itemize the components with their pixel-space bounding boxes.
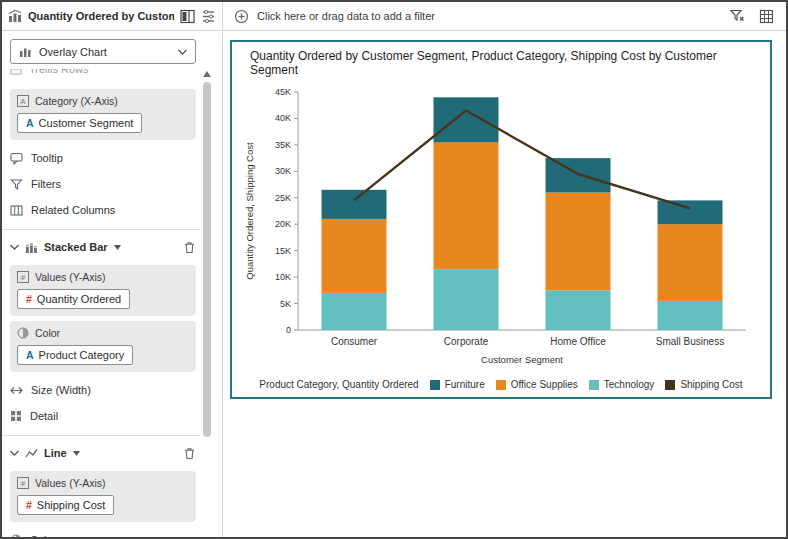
size-width-row[interactable]: Size (Width): [10, 377, 196, 403]
related-columns-icon: [10, 204, 23, 217]
svg-text:Consumer: Consumer: [331, 336, 378, 347]
line-section-header[interactable]: Line: [10, 440, 196, 466]
values-axis-icon: #: [17, 477, 29, 489]
measure-type-icon: #: [26, 293, 32, 305]
delete-line-icon[interactable]: [183, 447, 196, 460]
caret-down-icon[interactable]: [73, 451, 80, 456]
svg-text:#: #: [21, 273, 26, 282]
stacked-bar-label: Stacked Bar: [44, 241, 108, 253]
chart-type-icon: [19, 45, 32, 58]
size-width-icon: [10, 384, 23, 397]
combo-chart-icon: [8, 9, 22, 23]
overlay-chart-visualization[interactable]: Quantity Ordered by Customer Segment, Pr…: [230, 40, 772, 399]
field-chip-product-category[interactable]: A Product Category: [17, 345, 133, 365]
line-chart-icon: [25, 447, 38, 460]
sidebar-scrollbar[interactable]: [202, 71, 212, 529]
line-values-label: Values (Y-Axis): [35, 477, 106, 489]
field-chip-label: Quantity Ordered: [37, 293, 121, 305]
filter-bar-placeholder: Click here or drag data to add a filter: [257, 10, 435, 22]
detail-row[interactable]: Detail: [10, 403, 196, 429]
line-label: Line: [44, 447, 67, 459]
category-axis-dropzone[interactable]: A Category (X-Axis) A Customer Segment: [10, 89, 196, 140]
svg-text:Quantity Ordered, Shipping Cos: Quantity Ordered, Shipping Cost: [244, 142, 255, 280]
filter-bar[interactable]: Click here or drag data to add a filter: [223, 2, 717, 30]
tooltip-row[interactable]: Tooltip: [10, 145, 196, 171]
svg-text:5K: 5K: [280, 299, 291, 309]
settings-panel-toggle-icon[interactable]: [201, 9, 216, 24]
svg-text:0: 0: [286, 325, 291, 335]
line-color-row[interactable]: Color: [10, 527, 196, 537]
color-icon: [17, 327, 29, 339]
detail-icon: [10, 410, 22, 422]
filters-row[interactable]: Filters: [10, 171, 196, 197]
app-window: Quantity Ordered by Custom... Click here…: [0, 0, 788, 539]
data-grid-icon[interactable]: [759, 9, 774, 24]
legend-item[interactable]: Office Supplies: [496, 379, 578, 390]
svg-text:30K: 30K: [275, 166, 291, 176]
svg-text:A: A: [20, 97, 26, 106]
legend-item[interactable]: Furniture: [430, 379, 485, 390]
collapse-chevron-icon[interactable]: [10, 244, 19, 250]
legend-title: Product Category, Quantity Ordered: [259, 379, 418, 390]
field-chip-label: Customer Segment: [39, 117, 134, 129]
visualization-title: Quantity Ordered by Custom...: [28, 10, 174, 22]
legend-label: Office Supplies: [511, 379, 578, 390]
grammar-panel-toggle-icon[interactable]: [180, 9, 195, 24]
grammar-panel: Overlay Chart Trellis Rows A: [2, 31, 223, 537]
color-icon: [10, 534, 22, 537]
add-filter-icon[interactable]: [234, 9, 249, 24]
svg-text:15K: 15K: [275, 246, 291, 256]
chart-title: Quantity Ordered by Customer Segment, Pr…: [250, 49, 762, 77]
related-columns-label: Related Columns: [31, 204, 115, 216]
line-values-dropzone[interactable]: # Values (Y-Axis) # Shipping Cost: [10, 471, 196, 522]
tooltip-icon: [10, 152, 23, 165]
field-chip-shipping-cost[interactable]: # Shipping Cost: [17, 495, 114, 515]
measure-type-icon: #: [26, 499, 32, 511]
bar-values-label: Values (Y-Axis): [35, 271, 106, 283]
trellis-rows-row[interactable]: Trellis Rows: [10, 69, 196, 84]
category-axis-icon: A: [17, 95, 29, 107]
field-chip-label: Shipping Cost: [37, 499, 106, 511]
values-axis-icon: #: [17, 271, 29, 283]
field-chip-label: Product Category: [39, 349, 125, 361]
svg-text:10K: 10K: [275, 272, 291, 282]
svg-text:45K: 45K: [275, 87, 291, 97]
topbar-actions: [717, 2, 786, 30]
limit-values-filter-icon[interactable]: [729, 8, 745, 24]
delete-stacked-bar-icon[interactable]: [183, 241, 196, 254]
stacked-bar-section-header[interactable]: Stacked Bar: [10, 234, 196, 260]
scrollbar-thumb[interactable]: [203, 82, 211, 437]
canvas-area: Quantity Ordered by Customer Segment, Pr…: [223, 31, 786, 537]
legend-item[interactable]: Shipping Cost: [665, 379, 742, 390]
legend-item[interactable]: Technology: [589, 379, 655, 390]
caret-down-icon[interactable]: [114, 245, 121, 250]
chevron-down-icon: [178, 49, 187, 55]
field-chip-customer-segment[interactable]: A Customer Segment: [17, 113, 142, 133]
svg-text:Customer Segment: Customer Segment: [481, 354, 563, 365]
related-columns-row[interactable]: Related Columns: [10, 197, 196, 223]
section-divider: [2, 435, 200, 436]
category-axis-label: Category (X-Axis): [35, 95, 118, 107]
overlay-chart-canvas[interactable]: 05K10K15K20K25K30K35K40K45KConsumerCorpo…: [240, 80, 762, 376]
detail-label: Detail: [30, 410, 58, 422]
legend-swatch: [665, 380, 675, 390]
bar-color-dropzone[interactable]: Color A Product Category: [10, 321, 196, 372]
scroll-up-arrow-icon[interactable]: [203, 71, 211, 77]
section-divider: [2, 229, 200, 230]
collapse-chevron-icon[interactable]: [10, 450, 19, 456]
legend-label: Technology: [604, 379, 655, 390]
stacked-bar-icon: [25, 241, 38, 254]
svg-text:35K: 35K: [275, 140, 291, 150]
chart-type-label: Overlay Chart: [39, 46, 171, 58]
line-color-label: Color: [30, 534, 56, 537]
chart-type-select[interactable]: Overlay Chart: [10, 39, 196, 64]
attribute-type-icon: A: [26, 349, 34, 361]
field-chip-quantity-ordered[interactable]: # Quantity Ordered: [17, 289, 130, 309]
bar-values-dropzone[interactable]: # Values (Y-Axis) # Quantity Ordered: [10, 265, 196, 316]
content-area: Overlay Chart Trellis Rows A: [2, 31, 786, 537]
tooltip-label: Tooltip: [31, 152, 63, 164]
visualization-panel-header: Quantity Ordered by Custom...: [2, 2, 223, 30]
svg-text:Small Business: Small Business: [656, 336, 724, 347]
trellis-rows-label: Trellis Rows: [29, 69, 89, 75]
svg-text:20K: 20K: [275, 219, 291, 229]
